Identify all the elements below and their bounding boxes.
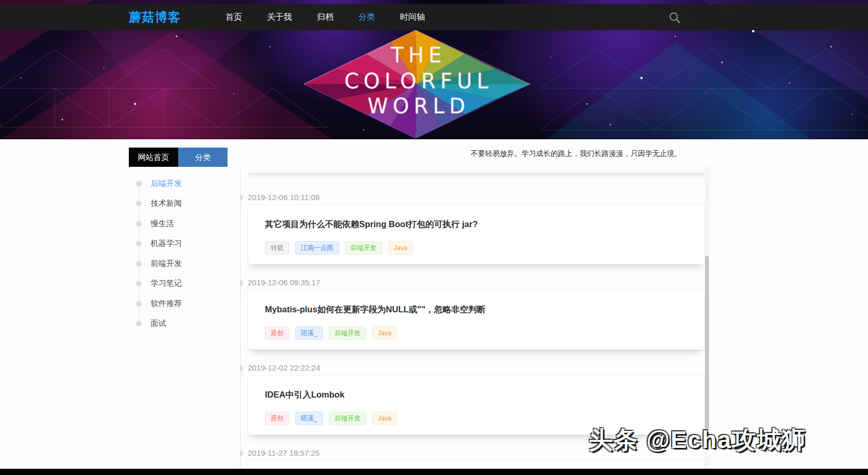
banner-title-line2: COLORFUL [344, 69, 493, 93]
nav-item[interactable]: 关于我 [255, 4, 304, 30]
timeline-dot-icon [240, 195, 243, 201]
article-tags: 原创陌溪_后端开发Java [265, 326, 689, 340]
article-title[interactable]: 其它项目为什么不能依赖Spring Boot打包的可执行 jar? [265, 219, 689, 230]
nav-item[interactable]: 分类 [346, 4, 388, 30]
timeline-dot-icon [136, 221, 142, 227]
motto-text: 不要轻易放弃。学习成长的路上，我们长路漫漫，只因学无止境。 [471, 149, 682, 159]
article-tag[interactable]: 转载 [265, 241, 289, 255]
sidebar-category[interactable]: 慢生活 [129, 214, 240, 234]
scrolled-card-sliver [248, 173, 705, 179]
article-tag[interactable]: 原创 [265, 326, 289, 340]
tab-site-home[interactable]: 网站首页 [129, 148, 178, 167]
search-icon[interactable] [668, 11, 682, 24]
category-label: 学习笔记 [151, 279, 182, 288]
sidebar-category[interactable]: 软件推荐 [129, 294, 240, 314]
article-tag[interactable]: 陌溪_ [295, 326, 323, 340]
article-list: 2019-12-06 10:11:08其它项目为什么不能依赖Spring Boo… [240, 166, 709, 469]
sidebar-category[interactable]: 后端开发 [129, 174, 240, 194]
article-date: 2019-12-02 22:22:24 [248, 363, 320, 372]
banner-title-line1: THE [391, 43, 447, 67]
timeline-dot-icon [136, 181, 142, 187]
nav-item[interactable]: 归档 [304, 4, 346, 30]
watermark-text: 头条 @Echa攻城狮 [589, 424, 807, 456]
sidebar-category[interactable]: 学习笔记 [129, 274, 240, 294]
category-label: 软件推荐 [151, 299, 182, 309]
timeline-dot-icon [136, 201, 142, 206]
article-tag[interactable]: 原创 [265, 412, 289, 425]
article-date-row: 2019-12-06 10:11:08 [248, 193, 709, 203]
article-date-row: 2019-12-02 22:22:24 [248, 363, 709, 373]
category-label: 技术新闻 [151, 199, 182, 208]
timeline-dot-icon [240, 451, 243, 456]
category-label: 前端开发 [151, 259, 182, 269]
article-tag[interactable]: 后端开发 [345, 241, 382, 255]
timeline-article: 2019-12-06 09:35:17Mybatis-plus如何在更新字段为N… [240, 278, 709, 350]
article-tag[interactable]: Java [372, 412, 397, 425]
category-label: 机器学习 [151, 239, 182, 248]
timeline-dot-icon [240, 365, 243, 371]
top-navbar: 蘑菇博客 首页关于我归档分类时间轴 [0, 4, 868, 30]
timeline-article: 2019-12-06 10:11:08其它项目为什么不能依赖Spring Boo… [240, 193, 709, 265]
sidebar-category[interactable]: 技术新闻 [129, 194, 240, 214]
article-date-row: 2019-12-06 09:35:17 [248, 278, 709, 288]
article-tag[interactable]: Java [388, 241, 413, 255]
article-card[interactable]: 其它项目为什么不能依赖Spring Boot打包的可执行 jar?转载江南一点雨… [248, 205, 705, 265]
article-tags: 转载江南一点雨后端开发Java [265, 241, 689, 255]
category-label: 慢生活 [151, 219, 174, 229]
article-title[interactable]: Mybatis-plus如何在更新字段为NULL或""，忽略非空判断 [265, 304, 689, 315]
sidebar-category[interactable]: 机器学习 [129, 234, 240, 254]
article-tags: 原创陌溪_后端开发Java [265, 412, 689, 425]
article-title[interactable]: IDEA中引入Lombok [265, 389, 689, 401]
article-date: 2019-12-06 09:35:17 [248, 278, 320, 287]
tab-category[interactable]: 分类 [178, 148, 228, 167]
banner-title-line3: WORLD [368, 94, 470, 118]
timeline-dot-icon [240, 280, 243, 286]
article-date: 2019-11-27 18:57:25 [248, 448, 319, 457]
nav-item[interactable]: 首页 [213, 4, 255, 30]
timeline-dot-icon [136, 261, 142, 267]
article-tag[interactable]: 后端开发 [329, 326, 366, 340]
timeline-dot-icon [136, 241, 142, 246]
article-tag[interactable]: Java [372, 326, 397, 340]
article-card[interactable]: Mybatis-plus如何在更新字段为NULL或""，忽略非空判断原创陌溪_后… [248, 290, 705, 350]
category-sidebar: 后端开发技术新闻慢生活机器学习前端开发学习笔记软件推荐面试 [129, 166, 240, 469]
article-tag[interactable]: 江南一点雨 [295, 241, 339, 255]
timeline-dot-icon [136, 281, 142, 286]
category-label: 后端开发 [151, 179, 182, 189]
timeline-dot-icon [136, 321, 142, 326]
nav-item[interactable]: 时间轴 [388, 4, 437, 30]
article-date: 2019-12-06 10:11:08 [248, 193, 319, 202]
article-card[interactable]: Intellij IDEA中使用阿里代码规范检查工具 [248, 460, 705, 469]
nav-menu: 首页关于我归档分类时间轴 [213, 4, 437, 30]
timeline-dot-icon [136, 301, 142, 307]
bottom-black-bar [0, 469, 868, 475]
breadcrumb-tabs: 网站首页 分类 [129, 148, 228, 167]
site-logo[interactable]: 蘑菇博客 [129, 9, 181, 25]
article-timeline-line [240, 170, 241, 469]
category-label: 面试 [151, 319, 166, 328]
article-tag[interactable]: 后端开发 [329, 412, 366, 425]
sidebar-category[interactable]: 前端开发 [129, 254, 240, 274]
article-tag[interactable]: 陌溪_ [295, 412, 323, 425]
scrollbar-thumb[interactable] [705, 256, 709, 431]
sidebar-category[interactable]: 面试 [129, 314, 240, 334]
